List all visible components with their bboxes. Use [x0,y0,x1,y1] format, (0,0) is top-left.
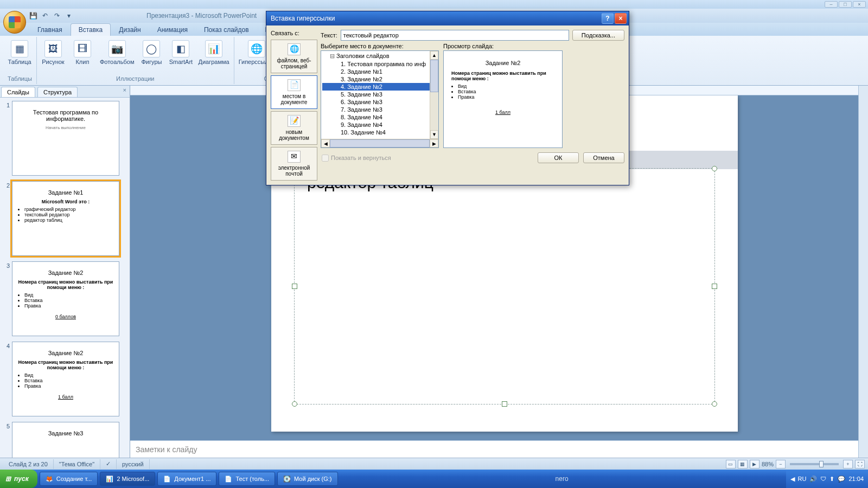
preview-subtitle: Номера страниц можно выставить при помощ… [451,70,554,81]
office-button[interactable] [3,11,26,34]
app-title: Презентация3 - Microsoft PowerPoint [146,12,257,20]
slide-thumbnail[interactable]: Задание №2Номера страниц можно выставить… [12,261,119,336]
screentip-button[interactable]: Подсказка... [572,30,624,41]
document-outline-tree[interactable]: Заголовки слайдов1. Тестовая программа п… [321,50,439,148]
text-to-display-input[interactable] [341,30,569,41]
tray-icon[interactable]: ◀ [790,476,795,483]
photoalbum-button[interactable]: 📷Фотоальбом [100,40,135,65]
tray-icon[interactable]: 🔊 [809,476,817,483]
tree-item[interactable]: 5. Задание №3 [322,91,437,98]
dialog-help-button[interactable]: ? [602,13,614,24]
window-close-button[interactable]: × [853,1,866,8]
taskbar-item[interactable]: 📄 Тест (толь... [219,472,275,486]
picture-icon: 🖼 [44,40,62,57]
taskbar-item[interactable]: 💽 Мой диск (G:) [277,472,337,486]
undo-icon[interactable]: ↶ [40,11,50,21]
status-bar: Слайд 2 из 20 "Тема Office" ✓ русский ▭ … [0,458,868,470]
slide-preview-label: Просмотр слайда: [443,43,563,49]
content-placeholder[interactable] [294,168,715,404]
tree-vertical-scrollbar[interactable]: ▲▼ [430,51,438,139]
slide-thumbnails[interactable]: 1Тестовая программа по информатике.Начат… [0,98,130,464]
tree-horizontal-scrollbar[interactable]: ◀▶ [321,139,438,147]
linkto-newdoc-button[interactable]: 📝новым документом [271,111,317,145]
tab-slideshow[interactable]: Показ слайдов [196,23,257,36]
tree-item[interactable]: 7. Задание №3 [322,106,437,113]
slides-pane: Слайды Структура × 1Тестовая программа п… [0,86,130,464]
linkto-place-button[interactable]: 📄местом в документе [271,75,317,109]
taskbar-item[interactable]: 🦊 Создание т... [40,472,98,486]
status-language[interactable]: русский [117,459,149,469]
fit-window-button[interactable]: ⛶ [855,460,865,468]
zoom-in-button[interactable]: + [843,460,853,468]
tree-item[interactable]: 4. Задание №2 [322,83,437,91]
zoom-out-button[interactable]: − [776,460,786,468]
tree-item[interactable]: 6. Задание №3 [322,98,437,106]
resize-handle[interactable] [292,284,297,289]
tree-item[interactable]: 8. Задание №4 [322,113,437,121]
clip-button[interactable]: 🎞Клип [71,40,94,65]
ok-button[interactable]: ОК [538,152,579,163]
tab-home[interactable]: Главная [29,23,71,36]
tree-item[interactable]: 2. Задание №1 [322,68,437,75]
dialog-titlebar[interactable]: Вставка гиперссылки ? × [266,11,629,25]
new-document-icon: 📝 [288,115,301,127]
tray-clock[interactable]: 21:04 [848,476,864,482]
zoom-value: 88% [762,461,774,467]
shapes-button[interactable]: ◯Фигуры [139,40,163,65]
tray-icon[interactable]: ⬆ [829,476,834,483]
view-sorter-button[interactable]: ▦ [738,460,748,468]
zoom-slider-thumb[interactable] [819,461,824,467]
resize-handle[interactable] [502,401,507,407]
system-tray[interactable]: ◀ RU 🔊 🛡 ⬆ 💬 21:04 [786,470,868,488]
chart-button[interactable]: 📊Диаграмма [198,40,229,65]
taskbar-item[interactable]: 📄 Документ1 ... [157,472,216,486]
tray-lang[interactable]: RU [798,476,807,482]
slide-thumbnail[interactable]: Задание №1Microsoft Word это :графически… [12,181,119,256]
link-to-sidebar: Связать с: 🌐файлом, веб-страницей 📄место… [271,30,317,181]
linkto-email-button[interactable]: ✉электронной почтой [271,147,317,181]
start-button[interactable]: ⊞пуск [0,470,37,488]
picture-button[interactable]: 🖼Рисунок [41,40,65,65]
view-normal-button[interactable]: ▭ [726,460,736,468]
zoom-slider[interactable] [790,463,839,465]
vertical-scrollbar[interactable] [858,86,868,464]
save-icon[interactable]: 💾 [28,11,38,21]
insert-hyperlink-dialog: Вставка гиперссылки ? × Связать с: 🌐файл… [266,11,629,185]
dialog-close-button[interactable]: × [615,13,627,24]
redo-icon[interactable]: ↷ [52,11,62,21]
minimize-button[interactable]: – [825,1,838,8]
resize-handle[interactable] [712,401,717,407]
slide-thumbnail[interactable]: Задание №2Номера страниц можно выставить… [12,342,119,416]
tray-icon[interactable]: 🛡 [820,476,826,482]
pane-tab-slides[interactable]: Слайды [1,87,35,97]
tree-item[interactable]: 1. Тестовая программа по инф [322,60,437,68]
pane-tab-outline[interactable]: Структура [37,87,78,97]
tree-item[interactable]: 9. Задание №4 [322,121,437,129]
taskbar-item[interactable]: 📊 2 Microsof... [100,472,155,486]
window-titlebar: – □ × [0,0,868,9]
smartart-button[interactable]: ◧SmartArt [169,40,193,65]
select-place-label: Выберите место в документе: [321,43,439,49]
tab-insert[interactable]: Вставка [71,23,111,36]
tab-design[interactable]: Дизайн [111,23,149,36]
windows-logo-icon: ⊞ [5,475,11,483]
tree-item[interactable]: 10. Задание №4 [322,129,437,136]
status-theme: "Тема Office" [54,459,100,469]
cancel-button[interactable]: Отмена [583,152,624,163]
pane-close-icon[interactable]: × [120,86,130,97]
view-slideshow-button[interactable]: ▶ [750,460,760,468]
status-spellcheck-icon[interactable]: ✓ [100,459,117,469]
slide-thumbnail[interactable]: Тестовая программа по информатике.Начать… [12,101,119,176]
maximize-button[interactable]: □ [839,1,852,8]
table-button[interactable]: ▦Таблица [8,40,31,65]
tree-root-node[interactable]: Заголовки слайдов [322,52,437,60]
linkto-file-button[interactable]: 🌐файлом, веб-страницей [271,40,317,73]
tray-icon[interactable]: 💬 [838,476,845,483]
link-to-label: Связать с: [271,30,317,36]
tab-animation[interactable]: Анимация [149,23,196,36]
resize-handle[interactable] [292,401,297,407]
resize-handle[interactable] [712,166,717,171]
resize-handle[interactable] [712,284,717,289]
qat-customize-icon[interactable]: ▾ [64,11,74,21]
tree-item[interactable]: 3. Задание №2 [322,75,437,83]
